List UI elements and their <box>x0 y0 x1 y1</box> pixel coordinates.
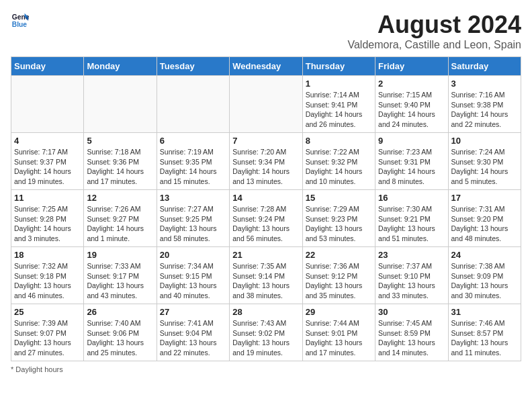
calendar-cell: 10Sunrise: 7:24 AM Sunset: 9:30 PM Dayli… <box>448 133 521 190</box>
calendar-cell: 31Sunrise: 7:46 AM Sunset: 8:57 PM Dayli… <box>448 304 521 361</box>
day-info: Sunrise: 7:14 AM Sunset: 9:41 PM Dayligh… <box>306 90 372 130</box>
day-number: 1 <box>306 79 372 89</box>
calendar-cell: 15Sunrise: 7:29 AM Sunset: 9:23 PM Dayli… <box>302 190 375 247</box>
day-info: Sunrise: 7:44 AM Sunset: 9:01 PM Dayligh… <box>306 318 372 358</box>
day-number: 25 <box>14 307 81 317</box>
day-info: Sunrise: 7:37 AM Sunset: 9:10 PM Dayligh… <box>378 261 445 301</box>
calendar-cell: 24Sunrise: 7:38 AM Sunset: 9:09 PM Dayli… <box>448 247 521 304</box>
logo-icon: General Blue <box>11 11 30 30</box>
calendar-cell: 6Sunrise: 7:19 AM Sunset: 9:35 PM Daylig… <box>157 133 229 190</box>
day-number: 20 <box>160 250 226 260</box>
calendar-cell: 16Sunrise: 7:30 AM Sunset: 9:21 PM Dayli… <box>375 190 448 247</box>
calendar-week-row: 18Sunrise: 7:32 AM Sunset: 9:18 PM Dayli… <box>11 247 521 304</box>
calendar-cell: 19Sunrise: 7:33 AM Sunset: 9:17 PM Dayli… <box>84 247 157 304</box>
day-number: 13 <box>160 193 226 203</box>
day-info: Sunrise: 7:19 AM Sunset: 9:35 PM Dayligh… <box>160 147 226 187</box>
day-info: Sunrise: 7:22 AM Sunset: 9:32 PM Dayligh… <box>306 147 372 187</box>
day-info: Sunrise: 7:43 AM Sunset: 9:02 PM Dayligh… <box>232 318 299 358</box>
day-of-week-header: Sunday <box>11 57 84 76</box>
day-of-week-header: Monday <box>84 57 157 76</box>
calendar-cell: 14Sunrise: 7:28 AM Sunset: 9:24 PM Dayli… <box>230 190 302 247</box>
day-info: Sunrise: 7:46 AM Sunset: 8:57 PM Dayligh… <box>451 318 518 358</box>
day-number: 19 <box>87 250 153 260</box>
calendar-cell: 7Sunrise: 7:20 AM Sunset: 9:34 PM Daylig… <box>230 133 302 190</box>
day-number: 18 <box>14 250 81 260</box>
calendar-cell: 30Sunrise: 7:45 AM Sunset: 8:59 PM Dayli… <box>375 304 448 361</box>
day-number: 10 <box>451 136 518 146</box>
day-number: 27 <box>160 307 226 317</box>
daylight-label: Daylight hours <box>15 365 62 373</box>
day-number: 6 <box>160 136 226 146</box>
calendar-week-row: 4Sunrise: 7:17 AM Sunset: 9:37 PM Daylig… <box>11 133 521 190</box>
day-number: 16 <box>378 193 445 203</box>
calendar-cell: 29Sunrise: 7:44 AM Sunset: 9:01 PM Dayli… <box>302 304 375 361</box>
calendar-header-row: SundayMondayTuesdayWednesdayThursdayFrid… <box>11 57 521 76</box>
day-of-week-header: Wednesday <box>230 57 302 76</box>
calendar-cell: 20Sunrise: 7:34 AM Sunset: 9:15 PM Dayli… <box>157 247 229 304</box>
day-info: Sunrise: 7:31 AM Sunset: 9:20 PM Dayligh… <box>451 204 518 244</box>
calendar-cell: 13Sunrise: 7:27 AM Sunset: 9:25 PM Dayli… <box>157 190 229 247</box>
day-number: 14 <box>232 193 299 203</box>
calendar-cell <box>157 76 229 133</box>
day-info: Sunrise: 7:20 AM Sunset: 9:34 PM Dayligh… <box>232 147 299 187</box>
day-info: Sunrise: 7:30 AM Sunset: 9:21 PM Dayligh… <box>378 204 445 244</box>
day-of-week-header: Friday <box>375 57 448 76</box>
day-number: 7 <box>232 136 299 146</box>
calendar-cell: 18Sunrise: 7:32 AM Sunset: 9:18 PM Dayli… <box>11 247 84 304</box>
day-of-week-header: Thursday <box>302 57 375 76</box>
calendar-cell: 2Sunrise: 7:15 AM Sunset: 9:40 PM Daylig… <box>375 76 448 133</box>
day-number: 4 <box>14 136 81 146</box>
day-number: 2 <box>378 79 445 89</box>
day-info: Sunrise: 7:38 AM Sunset: 9:09 PM Dayligh… <box>451 261 518 301</box>
day-number: 11 <box>14 193 81 203</box>
day-number: 17 <box>451 193 518 203</box>
calendar-cell: 27Sunrise: 7:41 AM Sunset: 9:04 PM Dayli… <box>157 304 229 361</box>
day-info: Sunrise: 7:35 AM Sunset: 9:14 PM Dayligh… <box>232 261 299 301</box>
calendar-cell <box>11 76 84 133</box>
footer-note: * Daylight hours <box>11 365 521 373</box>
day-of-week-header: Saturday <box>448 57 521 76</box>
day-info: Sunrise: 7:36 AM Sunset: 9:12 PM Dayligh… <box>306 261 372 301</box>
calendar-cell: 11Sunrise: 7:25 AM Sunset: 9:28 PM Dayli… <box>11 190 84 247</box>
day-info: Sunrise: 7:40 AM Sunset: 9:06 PM Dayligh… <box>87 318 153 358</box>
day-info: Sunrise: 7:28 AM Sunset: 9:24 PM Dayligh… <box>232 204 299 244</box>
day-number: 15 <box>306 193 372 203</box>
day-number: 29 <box>306 307 372 317</box>
day-info: Sunrise: 7:39 AM Sunset: 9:07 PM Dayligh… <box>14 318 81 358</box>
day-info: Sunrise: 7:27 AM Sunset: 9:25 PM Dayligh… <box>160 204 226 244</box>
day-info: Sunrise: 7:23 AM Sunset: 9:31 PM Dayligh… <box>378 147 445 187</box>
calendar-cell: 4Sunrise: 7:17 AM Sunset: 9:37 PM Daylig… <box>11 133 84 190</box>
calendar-cell: 17Sunrise: 7:31 AM Sunset: 9:20 PM Dayli… <box>448 190 521 247</box>
day-of-week-header: Tuesday <box>157 57 229 76</box>
day-info: Sunrise: 7:15 AM Sunset: 9:40 PM Dayligh… <box>378 90 445 130</box>
calendar-week-row: 25Sunrise: 7:39 AM Sunset: 9:07 PM Dayli… <box>11 304 521 361</box>
day-info: Sunrise: 7:45 AM Sunset: 8:59 PM Dayligh… <box>378 318 445 358</box>
day-number: 24 <box>451 250 518 260</box>
day-info: Sunrise: 7:18 AM Sunset: 9:36 PM Dayligh… <box>87 147 153 187</box>
day-number: 28 <box>232 307 299 317</box>
calendar-cell <box>230 76 302 133</box>
day-number: 30 <box>378 307 445 317</box>
day-number: 12 <box>87 193 153 203</box>
day-info: Sunrise: 7:33 AM Sunset: 9:17 PM Dayligh… <box>87 261 153 301</box>
day-info: Sunrise: 7:25 AM Sunset: 9:28 PM Dayligh… <box>14 204 81 244</box>
calendar-week-row: 1Sunrise: 7:14 AM Sunset: 9:41 PM Daylig… <box>11 76 521 133</box>
calendar-cell <box>84 76 157 133</box>
subtitle: Valdemora, Castille and Leon, Spain <box>347 39 521 51</box>
day-number: 21 <box>232 250 299 260</box>
day-number: 8 <box>306 136 372 146</box>
day-info: Sunrise: 7:24 AM Sunset: 9:30 PM Dayligh… <box>451 147 518 187</box>
calendar-cell: 26Sunrise: 7:40 AM Sunset: 9:06 PM Dayli… <box>84 304 157 361</box>
day-info: Sunrise: 7:16 AM Sunset: 9:38 PM Dayligh… <box>451 90 518 130</box>
title-block: August 2024 Valdemora, Castille and Leon… <box>347 11 521 51</box>
calendar-cell: 28Sunrise: 7:43 AM Sunset: 9:02 PM Dayli… <box>230 304 302 361</box>
calendar-cell: 25Sunrise: 7:39 AM Sunset: 9:07 PM Dayli… <box>11 304 84 361</box>
day-number: 22 <box>306 250 372 260</box>
calendar-cell: 1Sunrise: 7:14 AM Sunset: 9:41 PM Daylig… <box>302 76 375 133</box>
calendar-cell: 23Sunrise: 7:37 AM Sunset: 9:10 PM Dayli… <box>375 247 448 304</box>
day-info: Sunrise: 7:26 AM Sunset: 9:27 PM Dayligh… <box>87 204 153 244</box>
calendar-cell: 5Sunrise: 7:18 AM Sunset: 9:36 PM Daylig… <box>84 133 157 190</box>
calendar-cell: 12Sunrise: 7:26 AM Sunset: 9:27 PM Dayli… <box>84 190 157 247</box>
day-number: 23 <box>378 250 445 260</box>
svg-text:Blue: Blue <box>12 21 28 28</box>
